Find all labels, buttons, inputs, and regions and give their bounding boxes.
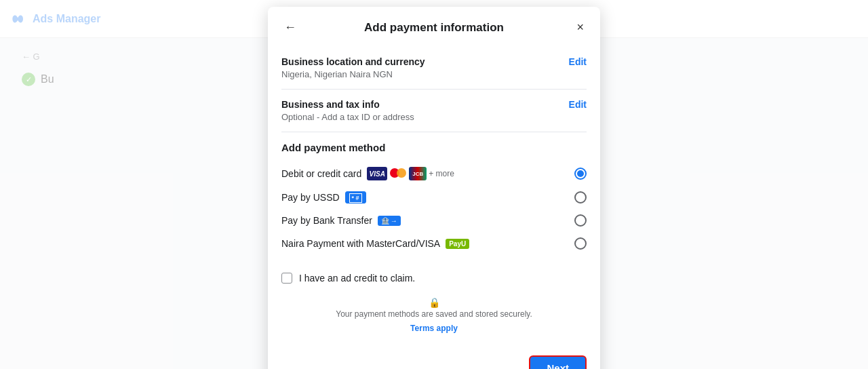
business-tax-subtitle: Optional - Add a tax ID or address bbox=[281, 112, 414, 122]
payment-method-title: Add payment method bbox=[281, 142, 587, 153]
next-button[interactable]: Next bbox=[529, 355, 587, 369]
mastercard-badge bbox=[389, 167, 407, 180]
modal-body: Business location and currency Nigeria, … bbox=[268, 47, 600, 347]
more-badges-label: + more bbox=[429, 169, 454, 178]
payment-option-naira-left: Naira Payment with MasterCard/VISA PayU bbox=[281, 238, 469, 249]
payment-option-bank-left: Pay by Bank Transfer 🏦 → bbox=[281, 215, 401, 226]
radio-card[interactable] bbox=[574, 168, 587, 180]
payment-option-card-label: Debit or credit card bbox=[281, 168, 361, 179]
business-tax-header: Business and tax info Optional - Add a t… bbox=[281, 99, 587, 122]
business-location-header: Business location and currency Nigeria, … bbox=[281, 56, 587, 79]
payment-option-card[interactable]: Debit or credit card VISA JCB + more bbox=[281, 161, 587, 186]
business-location-section: Business location and currency Nigeria, … bbox=[281, 47, 587, 90]
security-section: 🔒 Your payment methods are saved and sto… bbox=[281, 292, 587, 336]
mc-right-circle bbox=[397, 168, 406, 178]
ad-credit-row: I have an ad credit to claim. bbox=[281, 273, 587, 284]
radio-naira[interactable] bbox=[574, 237, 587, 250]
modal-footer: Next bbox=[268, 347, 600, 369]
ad-credit-label: I have an ad credit to claim. bbox=[299, 273, 415, 284]
visa-badge: VISA bbox=[367, 167, 387, 180]
payment-option-ussd-label: Pay by USSD bbox=[281, 192, 340, 203]
radio-ussd[interactable] bbox=[574, 191, 587, 203]
business-tax-section: Business and tax info Optional - Add a t… bbox=[281, 90, 587, 132]
modal-header: ← Add payment information × bbox=[268, 7, 600, 47]
ussd-badge: * # bbox=[345, 191, 366, 203]
business-tax-edit-button[interactable]: Edit bbox=[569, 99, 587, 110]
mc-circles bbox=[390, 168, 406, 179]
ad-credit-section: I have an ad credit to claim. bbox=[281, 265, 587, 292]
close-icon: × bbox=[576, 20, 584, 35]
back-icon: ← bbox=[284, 20, 296, 35]
jcb-badge: JCB bbox=[409, 167, 427, 180]
modal-overlay: ← Add payment information × Business loc… bbox=[0, 0, 868, 369]
payment-option-ussd-left: Pay by USSD * # bbox=[281, 191, 366, 203]
payment-method-section: Add payment method Debit or credit card … bbox=[281, 132, 587, 265]
ad-credit-checkbox[interactable] bbox=[281, 273, 292, 284]
payment-option-card-left: Debit or credit card VISA JCB + more bbox=[281, 167, 454, 180]
radio-bank[interactable] bbox=[574, 214, 587, 227]
ussd-inner-text: * # bbox=[349, 193, 362, 203]
payment-option-naira[interactable]: Naira Payment with MasterCard/VISA PayU bbox=[281, 232, 587, 255]
terms-link[interactable]: Terms apply bbox=[410, 324, 458, 333]
payu-badge: PayU bbox=[446, 239, 469, 249]
add-payment-modal: ← Add payment information × Business loc… bbox=[268, 7, 600, 369]
lock-icon: 🔒 bbox=[281, 297, 587, 308]
modal-close-button[interactable]: × bbox=[574, 18, 587, 37]
bank-arrow: → bbox=[391, 217, 397, 225]
modal-title: Add payment information bbox=[364, 21, 504, 35]
security-text: Your payment methods are saved and store… bbox=[281, 309, 587, 319]
business-location-subtitle: Nigeria, Nigerian Naira NGN bbox=[281, 69, 425, 79]
bank-icon: 🏦 bbox=[381, 217, 389, 225]
business-tax-info: Business and tax info Optional - Add a t… bbox=[281, 99, 414, 122]
business-location-edit-button[interactable]: Edit bbox=[569, 56, 587, 67]
payment-option-bank[interactable]: Pay by Bank Transfer 🏦 → bbox=[281, 209, 587, 232]
business-tax-title: Business and tax info bbox=[281, 99, 414, 110]
business-location-info: Business location and currency Nigeria, … bbox=[281, 56, 425, 79]
modal-back-button[interactable]: ← bbox=[281, 18, 299, 37]
card-badges: VISA JCB + more bbox=[367, 167, 454, 180]
payment-option-ussd[interactable]: Pay by USSD * # bbox=[281, 186, 587, 209]
payment-option-naira-label: Naira Payment with MasterCard/VISA bbox=[281, 238, 440, 249]
business-location-title: Business location and currency bbox=[281, 56, 425, 67]
payment-option-bank-label: Pay by Bank Transfer bbox=[281, 215, 372, 226]
bank-badge: 🏦 → bbox=[378, 216, 401, 226]
